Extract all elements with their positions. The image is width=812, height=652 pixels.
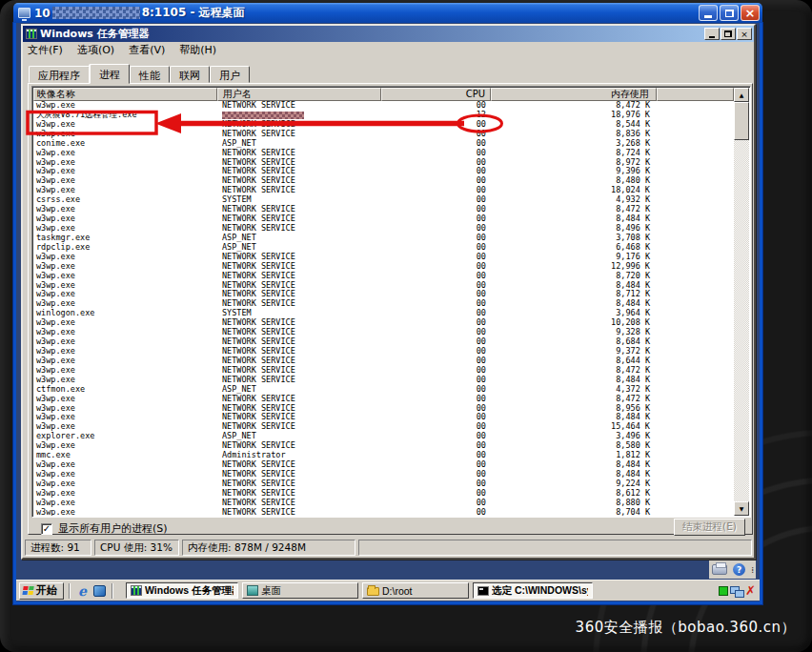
scrollbar-thumb[interactable] (734, 102, 749, 140)
scroll-up-button[interactable]: ▲ (734, 88, 749, 102)
process-row[interactable]: w3wp.exeNETWORK SERVICE008,472 K (33, 101, 734, 111)
show-all-users-checkbox[interactable]: ✓ (41, 523, 52, 535)
remote-desktop-title: 10 8:1105 - 远程桌面 (34, 5, 695, 21)
process-row[interactable]: conime.exeASP_NET003,268 K (33, 139, 734, 149)
process-row[interactable]: explorer.exeASP_NET003,496 K (33, 432, 734, 441)
status-led-icon[interactable] (719, 586, 728, 596)
process-row[interactable]: w3wp.exeNETWORK SERVICE008,480 K (33, 176, 734, 186)
taskbar-task-1[interactable]: Windows 任务管理器 (126, 582, 238, 599)
process-row[interactable]: w3wp.exeNETWORK SERVICE008,644 K (33, 357, 734, 366)
tab-进程[interactable]: 进程 (90, 64, 130, 84)
process-row[interactable]: taskmgr.exeASP_NET003,708 K (33, 234, 734, 243)
process-row[interactable]: w3wp.exeNETWORK SERVICE008,712 K (33, 290, 734, 299)
process-row[interactable]: w3wp.exeNETWORK SERVICE008,956 K (33, 404, 734, 414)
taskbar-task-4[interactable]: 选定 C:\WINDOWS\sys... (473, 582, 593, 599)
network-icon[interactable] (730, 585, 743, 597)
process-user: NETWORK SERVICE (217, 357, 381, 366)
process-row[interactable]: w3wp.exeNETWORK SERVICE009,328 K (33, 328, 734, 337)
process-row[interactable]: w3wp.exeNETWORK SERVICE008,724 K (33, 149, 734, 158)
tm-window-controls: × (704, 28, 752, 40)
minimize-button[interactable] (699, 5, 718, 21)
process-mem: 9,224 K (491, 479, 657, 489)
process-row[interactable]: mmc.exeAdministrator001,812 K (33, 451, 734, 460)
process-row[interactable]: w3wp.exeNETWORK SERVICE009,176 K (33, 253, 734, 262)
vertical-scrollbar[interactable]: ▲ ▼ (734, 88, 749, 516)
process-row[interactable]: w3wp.exeNETWORK SERVICE008,484 K (33, 299, 734, 309)
process-row[interactable]: w3wp.exeNETWORK SERVICE008,472 K (33, 205, 734, 214)
column-header[interactable]: 用户名 (217, 88, 381, 101)
process-row[interactable]: w3wp.exeNETWORK SERVICE008,484 K (33, 281, 734, 291)
quick-launch-icon[interactable] (92, 583, 107, 598)
process-row[interactable]: w3wp.exeNETWORK SERVICE008,484 K (33, 376, 734, 385)
process-row[interactable]: w3wp.exeNETWORK SERVICE0015,464 K (33, 422, 734, 432)
process-user: NETWORK SERVICE (217, 366, 381, 376)
process-row[interactable]: w3wp.exeNETWORK SERVICE0012,996 K (33, 262, 734, 272)
tm-restore-button[interactable] (721, 28, 736, 40)
start-button[interactable]: 开始 (19, 582, 64, 600)
process-row[interactable]: 大灰狼V8.71远程管理.exe1218,976 K (33, 111, 734, 120)
process-row[interactable]: ctfmon.exeASP_NET004,372 K (33, 385, 734, 395)
process-row[interactable]: w3wp.exeNETWORK SERVICE008,484 K (33, 460, 734, 470)
close-button[interactable]: × (741, 5, 760, 21)
process-row[interactable]: w3wp.exeNETWORK SERVICE008,580 K (33, 441, 734, 451)
printer-icon[interactable] (712, 564, 727, 575)
process-row[interactable]: w3wp.exeNETWORK SERVICE008,544 K (33, 120, 734, 130)
help-icon[interactable]: ? (733, 563, 745, 576)
menu-item[interactable]: 选项(O) (77, 43, 114, 57)
column-header[interactable]: 内存使用 (491, 88, 657, 101)
process-row[interactable]: w3wp.exeNETWORK SERVICE009,372 K (33, 347, 734, 357)
process-row[interactable]: w3wp.exeNETWORK SERVICE008,720 K (33, 272, 734, 281)
end-process-button[interactable]: 结束进程(E) (674, 519, 745, 536)
tm-minimize-button[interactable] (704, 28, 720, 40)
process-row[interactable]: w3wp.exeNETWORK SERVICE008,972 K (33, 158, 734, 168)
process-row[interactable]: w3wp.exeNETWORK SERVICE008,472 K (33, 395, 734, 404)
process-mem: 8,684 K (491, 337, 657, 347)
process-row[interactable]: w3wp.exeNETWORK SERVICE008,836 K (33, 130, 734, 139)
process-mem: 4,932 K (491, 195, 657, 205)
process-row[interactable]: w3wp.exeNETWORK SERVICE008,484 K (33, 214, 734, 224)
process-row[interactable]: w3wp.exeNETWORK SERVICE009,224 K (33, 479, 734, 489)
menu-item[interactable]: 查看(V) (129, 43, 165, 57)
process-row[interactable]: w3wp.exeNETWORK SERVICE008,472 K (33, 366, 734, 376)
process-row[interactable]: w3wp.exeNETWORK SERVICE008,496 K (33, 224, 734, 234)
taskbar-task-2[interactable]: 桌面 (242, 582, 358, 599)
process-row[interactable]: csrss.exeSYSTEM004,932 K (33, 195, 734, 205)
tab-用户[interactable]: 用户 (210, 66, 250, 83)
process-row[interactable]: w3wp.exeNETWORK SERVICE008,484 K (33, 413, 734, 422)
process-cpu: 00 (381, 214, 491, 224)
process-user: NETWORK SERVICE (217, 318, 381, 328)
process-name: w3wp.exe (33, 120, 217, 130)
process-name: w3wp.exe (33, 479, 217, 489)
remote-desktop-titlebar[interactable]: 10 8:1105 - 远程桌面 × (13, 3, 762, 23)
process-cpu: 12 (381, 111, 491, 120)
disconnect-icon[interactable]: ✗ (745, 585, 756, 597)
taskbar-task-3[interactable]: D:\root (362, 582, 469, 599)
process-row[interactable]: w3wp.exeNETWORK SERVICE008,704 K (33, 508, 734, 516)
process-row[interactable]: winlogon.exeSYSTEM003,964 K (33, 309, 734, 318)
process-row[interactable]: rdpclip.exeASP_NET006,468 K (33, 243, 734, 253)
process-user: NETWORK SERVICE (217, 130, 381, 139)
process-row[interactable]: w3wp.exeNETWORK SERVICE0010,208 K (33, 318, 734, 328)
menu-item[interactable]: 帮助(H) (179, 43, 216, 57)
process-cpu: 00 (381, 167, 491, 176)
process-mem: 12,996 K (491, 262, 657, 272)
process-row[interactable]: w3wp.exeNETWORK SERVICE008,684 K (33, 337, 734, 347)
task-manager-titlebar[interactable]: Windows 任务管理器 × (23, 26, 754, 42)
process-row[interactable]: w3wp.exeNETWORK SERVICE008,612 K (33, 489, 734, 499)
tab-应用程序[interactable]: 应用程序 (29, 66, 90, 83)
restore-button[interactable] (720, 5, 739, 21)
column-header[interactable]: 映像名称 (33, 88, 217, 101)
process-row[interactable]: w3wp.exeNETWORK SERVICE009,396 K (33, 167, 734, 176)
process-row[interactable]: w3wp.exeNETWORK SERVICE008,484 K (33, 470, 734, 479)
chevron-dots-icon[interactable]: ⁞ (751, 565, 753, 575)
process-row[interactable]: w3wp.exeNETWORK SERVICE008,880 K (33, 499, 734, 508)
process-row[interactable]: w3wp.exeNETWORK SERVICE0018,024 K (33, 186, 734, 195)
status-cpu-usage: CPU 使用: 31% (94, 540, 179, 556)
tm-close-button[interactable]: × (737, 28, 752, 40)
tab-性能[interactable]: 性能 (130, 66, 170, 83)
tab-联网[interactable]: 联网 (170, 66, 210, 83)
ie-icon[interactable]: e (75, 583, 90, 598)
scroll-down-button[interactable]: ▼ (734, 501, 749, 516)
column-header[interactable]: CPU (381, 88, 491, 101)
menu-item[interactable]: 文件(F) (28, 43, 63, 57)
